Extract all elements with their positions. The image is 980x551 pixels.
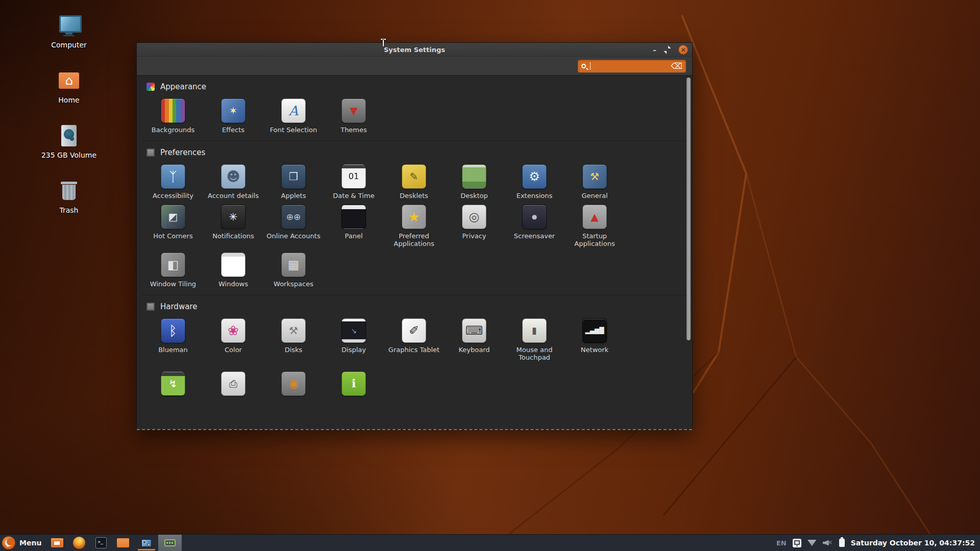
startup-applications-icon: ▲ [582,205,607,229]
screensaver-tile[interactable]: ●Screensaver [504,202,565,249]
accessibility-tile[interactable]: ᛉAccessibility [143,161,203,202]
font-selection-tile[interactable]: AFont Selection [263,95,324,136]
system-settings-window: System Settings – ✕ ⌫ Appearance Backgro… [136,42,693,430]
themes-tile[interactable]: ▼Themes [324,95,384,136]
hot-corners-tile[interactable]: ◩Hot Corners [143,202,203,249]
desktop-settings-tile[interactable]: Desktop [444,161,504,202]
tile-label: Backgrounds [144,126,202,134]
desktop-item-label: 235 GB Volume [38,151,100,159]
keyboard-layout-indicator[interactable]: EN [776,539,787,547]
online-accounts-tile[interactable]: ⊕⊕Online Accounts [263,202,324,249]
clear-search-icon[interactable]: ⌫ [671,62,682,70]
terminal-icon[interactable] [94,536,108,549]
scrollbar-track[interactable] [687,77,691,428]
desktop-item-label: Trash [38,206,100,214]
network-tile[interactable]: ▂▄▆█Network [565,315,625,363]
mouse-touchpad-tile[interactable]: ▮Mouse and Touchpad [504,315,565,363]
files-icon[interactable] [116,536,130,549]
search-icon [581,64,586,68]
applets-tile[interactable]: ❒Applets [263,161,324,202]
desktop-item-home[interactable]: Home [38,68,100,104]
minimize-button[interactable]: – [653,47,656,53]
disks-tile[interactable]: ⚒Disks [263,315,324,363]
tile-label: Hot Corners [144,232,202,240]
panel-launchers [51,535,130,551]
hardware-section-icon [146,303,155,311]
general-icon: ⚒ [582,164,607,189]
system-info-tile[interactable]: ℹ [324,368,384,398]
color-tile[interactable]: ❀Color [203,315,263,363]
tile-label: Accessibility [144,192,202,199]
maximize-button[interactable] [665,47,670,53]
window-tiling-tile[interactable]: ◧Window Tiling [143,249,203,290]
home-folder-icon [57,68,81,93]
desktop-item-volume[interactable]: 235 GB Volume [38,123,100,159]
scrollbar-thumb[interactable] [687,78,691,340]
panel-tile[interactable]: Panel [324,202,384,249]
date-time-icon: 01 [341,164,366,189]
windows-tile[interactable]: Windows [203,249,263,290]
notifications-tile[interactable]: ✳Notifications [203,202,263,249]
section-title: Hardware [160,302,197,311]
section-title: Appearance [160,82,206,91]
desktop-item-computer[interactable]: Computer [38,13,100,49]
tile-label: Graphics Tablet [385,346,443,354]
display-tile[interactable]: ↘Display [324,315,384,363]
general-icon-glyph: ⚒ [590,171,599,182]
accessibility-icon: ᛉ [161,164,185,189]
titlebar[interactable]: System Settings – ✕ [137,43,692,57]
tile-label: Themes [325,126,382,134]
hot-corners-icon: ◩ [161,205,185,229]
sound-icon: ◉ [281,371,306,396]
tile-label: Extensions [506,192,563,199]
blueman-tile[interactable]: ᛒBlueman [143,315,203,363]
desktop-item-trash[interactable]: Trash [38,179,100,214]
account-details-icon: ☻ [221,164,246,189]
panel-icon [341,205,366,229]
menu-button[interactable]: Menu [0,535,46,551]
battery-icon[interactable] [839,539,845,547]
graphics-tablet-tile[interactable]: ✐Graphics Tablet [384,315,444,363]
workspaces-icon-glyph: ▦ [288,259,300,271]
date-time-icon-glyph: 01 [349,172,359,181]
notifications-icon: ✳ [221,205,246,229]
media-tool-window-button[interactable] [135,535,158,551]
firefox-icon[interactable] [72,536,86,549]
general-tile[interactable]: ⚒General [565,161,625,202]
keyboard-tile[interactable]: ⌨Keyboard [444,315,504,363]
power-management-tile[interactable]: ↯ [143,368,203,398]
screenshot-icon[interactable] [793,539,801,547]
workspaces-tile[interactable]: ▦Workspaces [263,249,324,290]
tile-label: Workspaces [265,280,322,288]
clock[interactable]: Saturday October 10, 04:37:52 [851,539,975,547]
date-time-tile[interactable]: 01Date & Time [324,161,384,202]
desktop: { "colors": { "accent_orange": "#d2691f"… [0,0,980,551]
privacy-tile[interactable]: ◎Privacy [444,202,504,249]
preferred-applications-icon: ★ [402,205,426,229]
backgrounds-tile[interactable]: Backgrounds [143,95,203,136]
startup-applications-tile[interactable]: ▲Startup Applications [565,202,625,249]
tile-label: Window Tiling [144,280,202,288]
window-tiling-icon: ◧ [161,253,185,277]
notifications-icon-glyph: ✳ [229,212,238,222]
system-tray: EN Saturday October 10, 04:37:52 [776,535,980,551]
wifi-icon[interactable] [807,540,817,546]
close-button[interactable]: ✕ [678,45,688,55]
preferences-section-icon [146,148,155,157]
volume-muted-icon[interactable] [823,539,833,547]
show-desktop-icon[interactable] [51,536,64,549]
account-details-tile[interactable]: ☻Account details [203,161,263,202]
printers-tile[interactable]: ⎙ [203,368,263,398]
desklets-tile[interactable]: ✎Desklets [384,161,444,202]
preferred-applications-tile[interactable]: ★Preferred Applications [384,202,444,249]
tile-label: Font Selection [265,126,322,134]
windows-icon [221,253,246,277]
system-settings-window-button[interactable] [158,535,182,551]
open-window-indicator [138,549,155,550]
tile-label: Effects [205,126,262,134]
sound-tile[interactable]: ◉ [263,368,324,398]
search-input[interactable]: ⌫ [578,60,686,72]
effects-tile[interactable]: ✶Effects [203,95,263,136]
desklets-icon-glyph: ✎ [410,171,419,182]
extensions-tile[interactable]: ⚙Extensions [504,161,565,202]
